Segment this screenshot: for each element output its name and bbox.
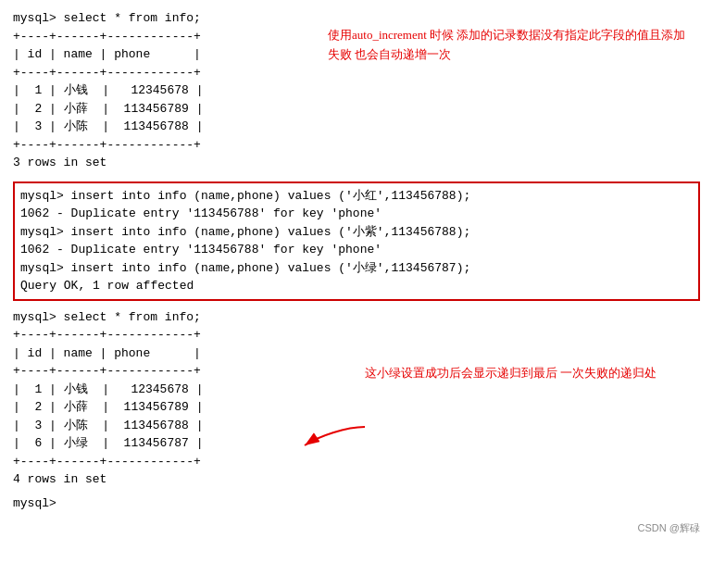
watermark-text: CSDN @辉碌	[638, 521, 700, 535]
section3-table: +----+------+------------+ | id | name |…	[13, 326, 700, 489]
section3-query: mysql> select * from info;	[13, 308, 700, 327]
section1-annotation: 使用auto_increment 时候 添加的记录数据没有指定此字段的值且添加失…	[328, 26, 689, 65]
section1-content: mysql> select * from info;	[13, 9, 700, 28]
mysql-prompt: mysql>	[13, 494, 700, 513]
section2-content: mysql> insert into info (name,phone) val…	[20, 187, 693, 295]
section2-block: mysql> insert into info (name,phone) val…	[13, 181, 700, 301]
section3-annotation: 这小绿设置成功后会显示递归到最后 一次失败的递归处	[365, 364, 680, 383]
section3: mysql> select * from info; +----+------+…	[13, 308, 700, 489]
arrow-svg	[300, 418, 374, 455]
footer-section: mysql>	[13, 494, 700, 513]
section1: mysql> select * from info; +----+------+…	[13, 9, 700, 172]
watermark-bar: CSDN @辉碌	[13, 518, 700, 535]
